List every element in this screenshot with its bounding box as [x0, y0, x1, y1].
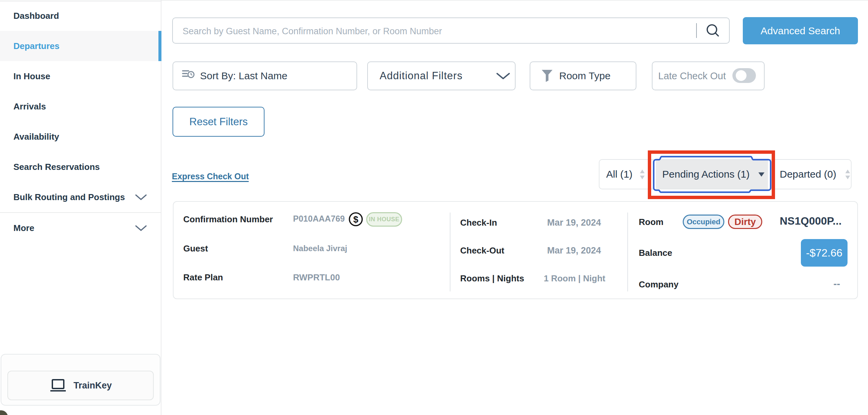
svg-text:$: $	[353, 214, 358, 225]
